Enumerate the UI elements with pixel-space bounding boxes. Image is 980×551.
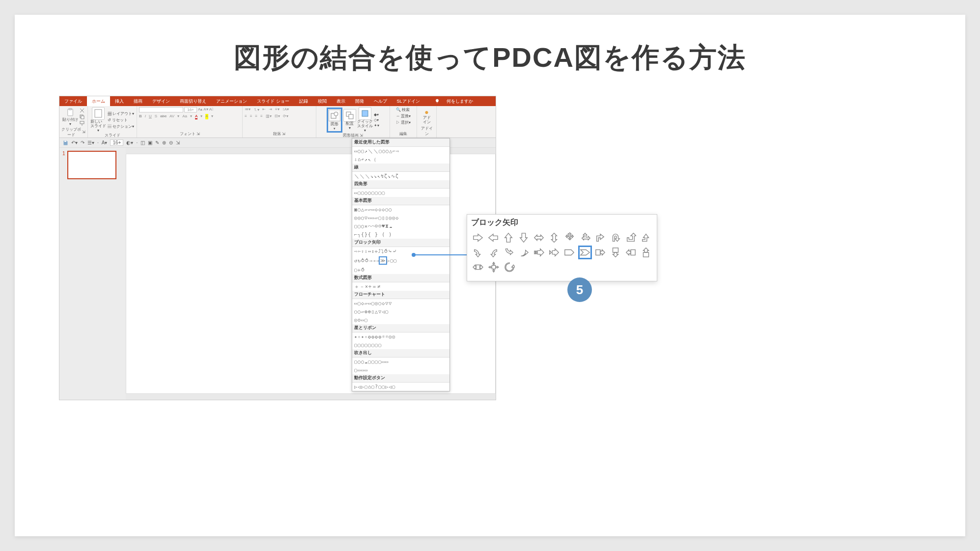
arrow-down-callout-icon[interactable]: [609, 246, 622, 259]
section-button[interactable]: ▤ セクション▾: [108, 124, 134, 129]
tab-transitions[interactable]: 画面切り替え: [175, 96, 211, 106]
sd-row[interactable]: ▭▢◇▱▭▢◎○◇▽▽: [352, 299, 449, 307]
arrow-uturn-icon[interactable]: [609, 231, 622, 245]
highlight-button[interactable]: A: [205, 114, 208, 119]
indent-dec-icon[interactable]: ⇤: [262, 107, 266, 112]
numbering-icon[interactable]: ⒈▾: [253, 107, 259, 112]
arrow-bent-icon[interactable]: [593, 231, 607, 245]
sd-row[interactable]: ＋－×÷＝≠: [352, 282, 449, 291]
sd-row[interactable]: ▢▭▭▭: [352, 366, 449, 374]
tab-view[interactable]: 表示: [332, 96, 350, 106]
replace-button[interactable]: ↔ 置換▾: [396, 113, 411, 119]
sd-row[interactable]: ▭◯▢↗＼＼▢◯◯△⌐⇨: [352, 147, 449, 155]
format-painter-icon[interactable]: [80, 121, 84, 126]
arrow-chevron-icon[interactable]: [578, 246, 592, 259]
sd-row[interactable]: ○◯▱⊗⊕▯△▽◁▢: [352, 307, 449, 316]
copy-icon[interactable]: [80, 114, 84, 119]
arrow-left-callout-icon[interactable]: [624, 246, 638, 259]
arrow-bentup-icon[interactable]: [640, 231, 653, 245]
arrow-up-icon[interactable]: [502, 231, 515, 245]
arrow-leftup-icon[interactable]: [624, 231, 638, 245]
find-button[interactable]: 🔍 検索: [396, 107, 410, 112]
bullets-icon[interactable]: ≔▾: [245, 107, 251, 112]
zoom-out-icon[interactable]: ⊖: [169, 140, 173, 145]
indent-inc-icon[interactable]: ⇥: [269, 107, 272, 112]
arrow-pentagon-icon[interactable]: [563, 246, 576, 259]
char-spacing-button[interactable]: AV: [169, 114, 174, 119]
arrow-notched-icon[interactable]: [547, 246, 560, 259]
redo-icon[interactable]: ↷: [81, 140, 84, 145]
tab-record[interactable]: 記録: [294, 96, 313, 106]
font-size-input[interactable]: 16+: [184, 107, 197, 112]
sd-row[interactable]: ▭▢▢◯◯▢▢▢▢: [352, 189, 449, 197]
align-qat-icon[interactable]: ◫: [140, 140, 145, 145]
arrow-updown-icon[interactable]: [548, 231, 561, 245]
sd-row-highlighted[interactable]: ↺↻⥁⥀⇢⇢⇢≫▷▢▢: [352, 255, 449, 266]
layout-button[interactable]: ▦ レイアウト▾: [108, 111, 134, 116]
sd-row[interactable]: ▢✛⥀: [352, 266, 449, 274]
tab-insert[interactable]: 挿入: [110, 96, 129, 106]
sd-row[interactable]: ✦✧✦✧✪✪✪✪☼☼◎◎: [352, 332, 449, 341]
font-family-input[interactable]: [139, 107, 183, 112]
shape-effects-button[interactable]: ✦▾: [374, 123, 379, 128]
shapes-button[interactable]: 図形 ▾: [327, 108, 342, 133]
save-icon[interactable]: [62, 140, 68, 146]
sd-row[interactable]: ⌐┐{}{ } ( ): [352, 230, 449, 239]
arrange-button[interactable]: 配置▾: [343, 109, 356, 131]
sd-row[interactable]: ▢◯◯☁▢▢▢▢▭▭: [352, 358, 449, 366]
quick-styles-button[interactable]: クイック スタイル▾: [357, 107, 373, 133]
align-left-icon[interactable]: ≡: [245, 114, 247, 118]
sd-row[interactable]: ▣◯△▱▱▭◇◇◇○◯: [352, 205, 449, 214]
arrow-right-icon[interactable]: [471, 231, 484, 245]
addin-button[interactable]: ● アド イン: [423, 109, 431, 125]
align-center-icon[interactable]: ≡: [250, 114, 252, 118]
undo-icon[interactable]: ↶▾: [71, 140, 78, 145]
arrow-curved-up-icon[interactable]: [517, 246, 530, 259]
slide-thumbnail-1[interactable]: [67, 151, 116, 179]
cut-icon[interactable]: [80, 108, 84, 113]
arrow-leftright-icon[interactable]: [532, 231, 546, 245]
tab-help[interactable]: ヘルプ: [369, 96, 392, 106]
justify-icon[interactable]: ≡: [260, 114, 263, 118]
eyedropper-icon[interactable]: ✎: [155, 140, 159, 145]
shadow-button[interactable]: S: [155, 114, 157, 119]
bold-button[interactable]: B: [139, 114, 142, 119]
tab-animations[interactable]: アニメーション: [211, 96, 252, 106]
tab-developer[interactable]: 開発: [350, 96, 369, 106]
sd-row[interactable]: ◎⊝▭▢: [352, 316, 449, 324]
font-color-button[interactable]: A: [195, 114, 197, 119]
arrow-quad-icon[interactable]: [563, 231, 576, 245]
clear-format-icon[interactable]: A⃠: [209, 107, 213, 112]
align-right-icon[interactable]: ≡: [255, 114, 257, 118]
strike-button[interactable]: abc: [160, 114, 167, 119]
arrow-leftright-callout-icon[interactable]: [471, 260, 485, 274]
sd-row[interactable]: ⇩⌂↶↗↖（: [352, 155, 449, 164]
tab-design[interactable]: デザイン: [147, 96, 175, 106]
arrow-leftrightup-icon[interactable]: [578, 231, 591, 245]
arrow-up-callout-icon[interactable]: [640, 246, 653, 259]
tab-draw[interactable]: 描画: [129, 96, 147, 106]
paste-button[interactable]: 貼り付け ▾: [62, 107, 78, 127]
smartart-icon[interactable]: ⟳▾: [283, 114, 288, 118]
new-slide-button[interactable]: 新しい スライド▾: [90, 107, 106, 133]
merge-shapes-icon[interactable]: ◐▾: [126, 140, 133, 145]
text-direction-icon[interactable]: ↕A▾: [282, 107, 289, 112]
arrow-left-icon[interactable]: [486, 231, 500, 245]
sd-row[interactable]: ◎◎○▽▭▭▱▢▯▯◎◎◇: [352, 214, 449, 222]
shape-outline-button[interactable]: ◇▾: [374, 118, 379, 122]
underline-button[interactable]: U: [149, 114, 152, 119]
italic-button[interactable]: I: [145, 114, 146, 119]
change-case-button[interactable]: Aa: [182, 114, 187, 119]
arrow-curved-down-icon[interactable]: [502, 246, 515, 259]
decrease-font-icon[interactable]: A▾: [203, 107, 208, 112]
arrow-right-callout-icon[interactable]: [594, 246, 607, 259]
shape-fill-button[interactable]: ◆▾: [374, 112, 379, 117]
tab-file[interactable]: ファイル: [59, 96, 87, 106]
font-size-qat[interactable]: 16+: [110, 139, 123, 146]
tab-home[interactable]: ホーム: [87, 96, 110, 106]
tell-me[interactable]: 何をしますか: [430, 96, 483, 106]
arrow-quad-callout-icon[interactable]: [487, 260, 501, 274]
arrow-curved-right-icon[interactable]: [471, 246, 484, 259]
arrow-down-icon[interactable]: [517, 231, 531, 245]
line-spacing-icon[interactable]: ≡▾: [275, 107, 280, 112]
